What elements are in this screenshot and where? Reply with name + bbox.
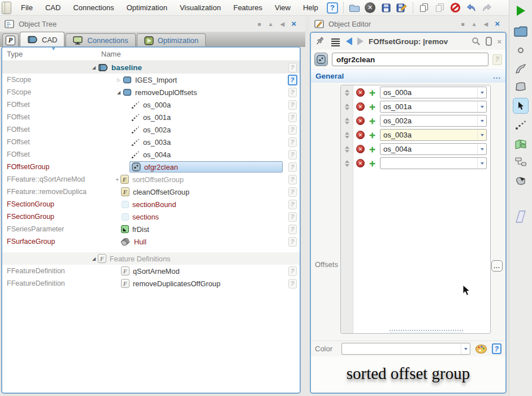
tab-p[interactable]: P xyxy=(2,33,19,47)
chevron-down-icon[interactable] xyxy=(477,130,486,140)
help-button[interactable]: ? xyxy=(288,266,297,276)
save-icon[interactable] xyxy=(378,1,394,15)
paste-icon[interactable] xyxy=(432,1,448,15)
redo-icon[interactable] xyxy=(479,1,495,15)
menu-file[interactable]: File xyxy=(15,3,39,12)
section-more[interactable]: ... xyxy=(493,72,501,80)
tab-cad[interactable]: CAD xyxy=(20,32,64,47)
reorder-handle[interactable] xyxy=(341,104,353,110)
reorder-handle[interactable] xyxy=(341,132,353,139)
expander-icon[interactable]: ◢ xyxy=(90,65,98,70)
point-icon[interactable] xyxy=(511,42,530,58)
offset-combobox-highlighted[interactable]: os_003a xyxy=(380,129,487,141)
help-button[interactable]: ? xyxy=(288,88,297,97)
meta-surface-icon[interactable] xyxy=(511,136,530,152)
menu-connections[interactable]: Connections xyxy=(67,3,120,12)
offset-group-icon[interactable] xyxy=(314,53,328,66)
reorder-handle[interactable] xyxy=(341,146,353,153)
help-button[interactable]: ? xyxy=(288,162,297,172)
tab-connections[interactable]: Connections xyxy=(66,33,135,47)
table-row[interactable]: FOffset os_000a ? xyxy=(2,98,300,111)
cancel-icon[interactable] xyxy=(448,1,464,15)
help-button[interactable]: ? xyxy=(288,100,297,110)
solid-icon[interactable] xyxy=(511,173,530,188)
expander-icon[interactable]: ◢ xyxy=(90,256,98,261)
help-button[interactable]: ? xyxy=(288,63,297,72)
maximize-icon[interactable]: ▲ xyxy=(472,21,477,27)
table-row[interactable]: FSurfaceGroup Hull ? xyxy=(2,235,300,248)
search-icon[interactable] xyxy=(472,37,481,46)
close-icon[interactable]: ✕ xyxy=(362,1,378,15)
chevron-down-icon[interactable] xyxy=(477,158,486,169)
menu-cad[interactable]: CAD xyxy=(39,3,67,12)
table-row-selected[interactable]: FOffsetGroup ofgr2clean ? xyxy=(2,161,300,173)
offset-points-icon[interactable] xyxy=(511,117,530,133)
help-button[interactable]: ? xyxy=(288,150,297,160)
more-button[interactable]: ... xyxy=(491,260,503,272)
table-row[interactable]: FOffset os_001a ? xyxy=(2,111,300,123)
help-button[interactable]: ? xyxy=(288,279,297,289)
help-button[interactable]: ? xyxy=(288,225,297,234)
table-row[interactable]: ◢ baseline ? xyxy=(2,61,300,74)
menu-view[interactable]: View xyxy=(269,3,297,12)
delete-icon[interactable]: ✕ xyxy=(356,88,365,97)
chevron-down-icon[interactable] xyxy=(461,343,470,354)
menu-visualization[interactable]: Visualization xyxy=(174,3,227,12)
menu-optimization[interactable]: Optimization xyxy=(120,3,174,12)
table-row[interactable]: FScope ▷ IGES_Import ? xyxy=(2,74,300,86)
copy-icon[interactable] xyxy=(416,1,432,15)
color-combobox[interactable] xyxy=(341,343,470,355)
expander-icon[interactable]: ◢ xyxy=(115,90,123,95)
chevron-down-icon[interactable] xyxy=(477,115,486,126)
close-panel-icon[interactable]: × xyxy=(495,21,500,27)
help-button[interactable]: ? xyxy=(288,125,297,135)
run-icon[interactable] xyxy=(511,3,530,19)
table-row[interactable]: FFeature::removeDuplica... F cleanOffset… xyxy=(2,186,300,198)
menu-help[interactable]: Help xyxy=(297,3,325,12)
name-input[interactable] xyxy=(332,53,488,66)
add-icon[interactable]: + xyxy=(367,131,377,139)
help-button[interactable]: ? xyxy=(288,212,297,222)
group-icon[interactable] xyxy=(511,154,530,170)
close-panel-icon[interactable]: × xyxy=(291,21,296,27)
offset-combobox[interactable]: os_000a xyxy=(380,87,487,98)
detach-icon[interactable] xyxy=(486,37,492,46)
table-row[interactable]: FFeatureDefinition F qSortArneMod ? xyxy=(2,265,300,277)
maximize-icon[interactable]: ▲ xyxy=(268,21,274,27)
delete-icon[interactable]: ✕ xyxy=(356,159,365,167)
table-row[interactable]: FOffset os_004a ? xyxy=(2,148,300,161)
undo-icon[interactable] xyxy=(464,1,479,15)
offset-combobox[interactable]: os_001a xyxy=(380,101,487,113)
table-row[interactable]: FSeriesParameter frDist ? xyxy=(2,223,300,235)
general-section-header[interactable]: General ... xyxy=(311,69,505,83)
delete-icon[interactable]: ✕ xyxy=(356,102,365,111)
table-row[interactable]: ◢ F Feature Definitions xyxy=(2,252,300,265)
reorder-handle[interactable] xyxy=(341,89,353,96)
resize-grip[interactable] xyxy=(390,330,463,333)
palette-icon[interactable] xyxy=(475,344,487,354)
table-row[interactable]: FSectionGroup sections ? xyxy=(2,210,300,223)
help-button[interactable]: ? xyxy=(288,175,297,184)
chevron-down-icon[interactable] xyxy=(477,144,486,154)
add-icon[interactable]: + xyxy=(367,117,377,125)
open-folder-icon[interactable] xyxy=(347,1,362,15)
curve-icon[interactable] xyxy=(511,61,530,76)
save-as-icon[interactable] xyxy=(394,1,410,15)
offset-combobox[interactable] xyxy=(380,157,487,169)
collapse-icon[interactable]: ◀ xyxy=(484,21,488,27)
tab-optimization[interactable]: Optimization xyxy=(137,33,206,47)
table-row[interactable]: FOffset os_003a ? xyxy=(2,136,300,148)
chevron-down-icon[interactable] xyxy=(477,87,486,98)
menu-list-icon[interactable] xyxy=(331,41,340,42)
help-button[interactable]: ? xyxy=(288,187,297,197)
help-button[interactable]: ? xyxy=(288,113,297,122)
collapse-icon[interactable]: ◀ xyxy=(280,21,285,27)
menu-features[interactable]: Features xyxy=(227,3,269,12)
help-button[interactable]: ? xyxy=(288,237,297,247)
column-name[interactable]: Name xyxy=(87,50,300,58)
add-icon[interactable]: + xyxy=(367,102,377,111)
table-row[interactable]: FFeatureDefinition F removeDuplicatesOff… xyxy=(2,277,300,290)
help-icon[interactable]: ? xyxy=(325,1,340,15)
plane-icon[interactable] xyxy=(511,209,530,225)
chevron-down-icon[interactable] xyxy=(477,101,486,112)
